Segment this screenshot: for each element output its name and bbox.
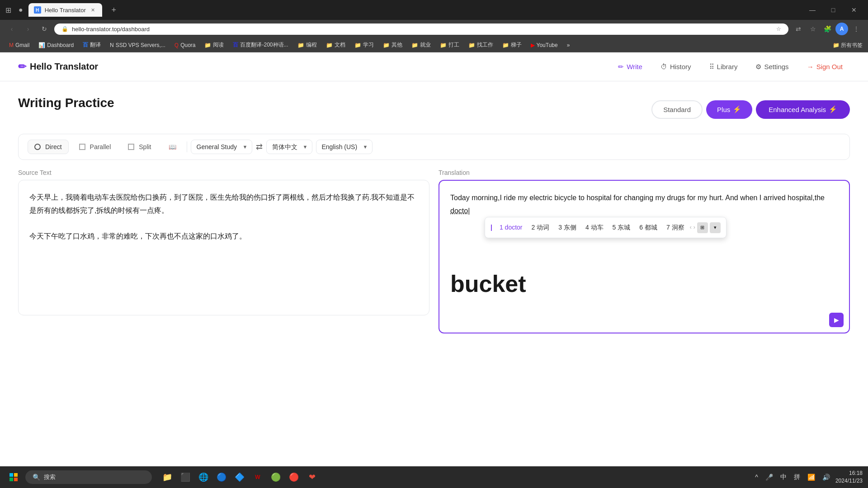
autocomplete-prev[interactable]: ‹ xyxy=(690,223,692,233)
autocomplete-copy-icon[interactable]: ⊞ xyxy=(697,222,708,233)
profile-btn[interactable]: A xyxy=(835,23,848,35)
autocomplete-item-7[interactable]: 7 洞察 xyxy=(663,220,688,235)
book-mode-button[interactable]: 📖 xyxy=(162,140,183,154)
bookmark-fanyi[interactable]: 百 翻译 xyxy=(79,40,104,50)
taskbar-time[interactable]: 16:18 2024/11/23 xyxy=(835,469,863,485)
volume-icon[interactable]: 🔊 xyxy=(821,472,832,483)
parallel-mode-button[interactable]: Parallel xyxy=(72,140,118,154)
write-icon: ✏ xyxy=(618,63,624,71)
translation-actions: ▶ xyxy=(829,313,844,327)
translate-btn[interactable]: ⇄ xyxy=(792,23,805,35)
extension-btn[interactable]: 🧩 xyxy=(821,23,834,35)
autocomplete-item-5[interactable]: 5 东城 xyxy=(609,220,634,235)
bookmark-wendang[interactable]: 📁 文档 xyxy=(322,40,349,50)
target-lang-select[interactable]: English (US) xyxy=(316,140,373,154)
bookmark-qita[interactable]: 📁 其他 xyxy=(379,40,406,50)
split-mode-button[interactable]: Split xyxy=(121,140,158,154)
mic-icon[interactable]: 🎤 xyxy=(764,472,775,483)
plus-button[interactable]: Plus ⚡ xyxy=(706,100,752,119)
bookmark-baidu-fanyi[interactable]: 百 百度翻译-200种语... xyxy=(229,40,292,50)
standard-button[interactable]: Standard xyxy=(651,100,703,119)
bookmarks-folder[interactable]: 📁 所有书签 xyxy=(833,41,863,49)
nav-history[interactable]: ⏱ History xyxy=(653,59,698,74)
study-mode-select[interactable]: General Study xyxy=(191,140,252,154)
input-mode2-icon[interactable]: 拼 xyxy=(792,471,802,483)
bookmark-dagong[interactable]: 📁 打工 xyxy=(436,40,463,50)
bookmark-tizi[interactable]: 📁 梯子 xyxy=(499,40,525,50)
tab-grid-icon[interactable]: ⊞ xyxy=(4,4,13,16)
bookmark-zhaowork[interactable]: 📁 找工作 xyxy=(465,40,497,50)
all-bookmarks-icon: 📁 所有书签 xyxy=(833,42,863,48)
folder8-icon: 📁 xyxy=(468,42,475,48)
more-btn[interactable]: ⋮ xyxy=(850,23,863,35)
autocomplete-next[interactable]: › xyxy=(693,223,695,233)
submit-button[interactable]: ▶ xyxy=(829,313,844,327)
forward-button[interactable]: › xyxy=(22,23,34,35)
bookmark-jiuye[interactable]: 📁 就业 xyxy=(408,40,434,50)
taskbar-app9[interactable]: ❤ xyxy=(304,469,320,485)
autocomplete-item-2[interactable]: 2 动词 xyxy=(528,220,553,235)
bookmark-star-icon[interactable]: ☆ xyxy=(776,26,781,32)
logo-pencil-icon: ✏ xyxy=(18,61,26,73)
translation-text-area[interactable]: Today morning,I ride my electric bicycle… xyxy=(439,180,850,333)
parallel-label: Parallel xyxy=(90,143,111,150)
bookmark-read[interactable]: 📁 阅读 xyxy=(201,40,227,50)
bookmark-ssd[interactable]: N SSD VPS Servers,... xyxy=(106,41,169,50)
source-lang-select[interactable]: 简体中文 xyxy=(266,140,312,154)
address-bar[interactable]: 🔒 hello-translator.top/dashboard ☆ xyxy=(54,23,788,35)
enhanced-button[interactable]: Enhanced Analysis ⚡ xyxy=(756,100,850,119)
maximize-button[interactable]: □ xyxy=(823,3,844,17)
autocomplete-item-3[interactable]: 3 东侧 xyxy=(555,220,580,235)
star-btn[interactable]: ☆ xyxy=(807,23,819,35)
bookmark-xuexi[interactable]: 📁 学习 xyxy=(351,40,377,50)
autocomplete-expand-icon[interactable]: ▾ xyxy=(710,222,721,233)
chevron-up-icon[interactable]: ^ xyxy=(753,472,760,483)
search-icon: 🔍 xyxy=(33,474,40,481)
bookmark-label: 翻译 xyxy=(90,41,101,49)
taskbar-search[interactable]: 🔍 搜索 xyxy=(25,470,152,484)
taskbar-explorer[interactable]: 🌐 xyxy=(195,469,212,485)
source-text-area[interactable]: 今天早上，我骑着电动车去医院给伤口换药，到了医院，医生先给我的伤口拆了两根线，然… xyxy=(18,180,429,315)
nav-settings-label: Settings xyxy=(764,63,788,70)
minimize-button[interactable]: — xyxy=(802,3,823,17)
bookmark-more[interactable]: » xyxy=(563,41,574,50)
wifi-icon[interactable]: 📶 xyxy=(806,472,817,483)
autocomplete-item-4[interactable]: 4 动车 xyxy=(582,220,607,235)
autocomplete-item-1[interactable]: 1 doctor xyxy=(496,220,526,235)
nav-write[interactable]: ✏ Write xyxy=(611,59,650,75)
bookmark-quora[interactable]: Q Quora xyxy=(171,41,199,50)
taskbar-terminal[interactable]: ⬛ xyxy=(177,469,193,485)
autocomplete-item-6[interactable]: 6 都城 xyxy=(636,220,661,235)
taskbar-apps: 📁 ⬛ 🌐 🔵 🔷 W 🟢 🔴 ❤ xyxy=(159,469,320,485)
back-button[interactable]: ‹ xyxy=(5,23,18,35)
refresh-button[interactable]: ↻ xyxy=(38,23,51,35)
active-tab[interactable]: H Hello Translator ✕ xyxy=(28,3,102,17)
bookmark-gmail[interactable]: M Gmail xyxy=(5,41,33,50)
autocomplete-pipe: | xyxy=(491,222,492,233)
translation-label: Translation xyxy=(439,169,850,176)
plus-lightning-icon: ⚡ xyxy=(733,105,741,113)
nav-settings[interactable]: ⚙ Settings xyxy=(748,59,796,75)
parallel-icon xyxy=(79,144,85,150)
bookmark-biancheng[interactable]: 📁 编程 xyxy=(294,40,321,50)
taskbar-edge2[interactable]: 🔷 xyxy=(231,469,248,485)
taskbar-edge[interactable]: 🔵 xyxy=(213,469,230,485)
close-button[interactable]: ✕ xyxy=(844,3,864,17)
taskbar-chrome[interactable]: 🔴 xyxy=(286,469,302,485)
new-tab-button[interactable]: + xyxy=(108,4,120,16)
bucket-overlay: bucket xyxy=(439,263,849,305)
tab-close-button[interactable]: ✕ xyxy=(90,6,97,14)
chrome-icon[interactable]: ● xyxy=(17,4,25,16)
bookmark-youtube[interactable]: ▶ YouTube xyxy=(527,41,561,50)
bookmark-label: SSD VPS Servers,... xyxy=(116,42,165,48)
taskbar-files[interactable]: 📁 xyxy=(159,469,175,485)
bookmark-dashboard[interactable]: 📊 Dashboard xyxy=(35,41,77,50)
direct-mode-button[interactable]: Direct xyxy=(28,140,69,154)
nav-signout[interactable]: → Sign Out xyxy=(800,59,850,74)
taskbar-app7[interactable]: 🟢 xyxy=(268,469,284,485)
input-mode-icon[interactable]: 中 xyxy=(778,471,788,483)
translate-swap-icon[interactable]: ⇄ xyxy=(256,142,263,152)
taskbar-wps[interactable]: W xyxy=(250,469,266,485)
nav-library[interactable]: ⠿ Library xyxy=(702,59,745,75)
start-button[interactable] xyxy=(5,469,22,485)
